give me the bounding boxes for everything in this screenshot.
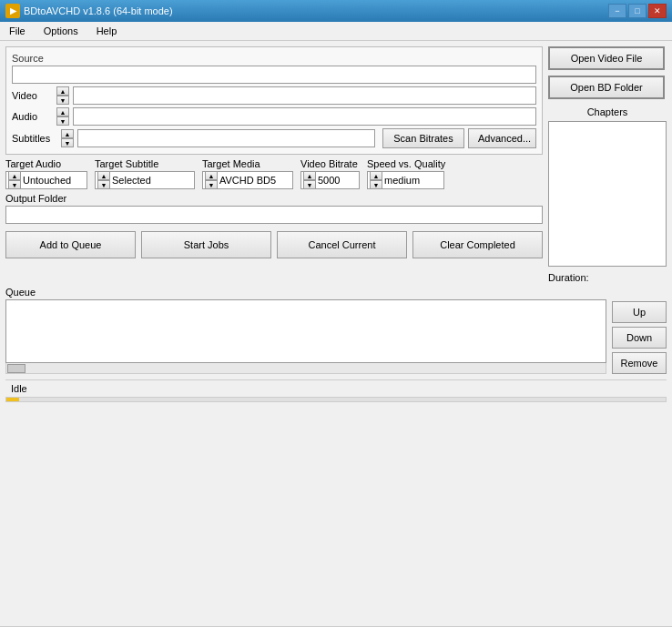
bitrate-value: 5000 bbox=[316, 175, 357, 186]
status-bar: Idle bbox=[5, 379, 667, 396]
video-input[interactable] bbox=[73, 86, 536, 105]
audio-input[interactable] bbox=[73, 107, 536, 126]
queue-list[interactable] bbox=[5, 299, 606, 363]
target-subtitle-value: Selected bbox=[110, 175, 192, 186]
video-spinner[interactable]: ▲ ▼ bbox=[56, 86, 69, 105]
remove-button[interactable]: Remove bbox=[612, 352, 667, 374]
video-down-btn[interactable]: ▼ bbox=[56, 96, 69, 105]
output-folder-group: Output Folder bbox=[5, 193, 543, 224]
video-row: Video ▲ ▼ bbox=[12, 86, 536, 105]
subtitles-down-btn[interactable]: ▼ bbox=[61, 138, 74, 147]
target-subtitle-select[interactable]: ▲ ▼ Selected bbox=[95, 171, 195, 189]
title-bar-left: ▶ BDtoAVCHD v1.8.6 (64-bit mode) bbox=[5, 4, 173, 18]
hscrollbar-thumb[interactable] bbox=[7, 364, 25, 373]
duration-row: Duration: bbox=[548, 272, 667, 283]
subtitles-label: Subtitles bbox=[12, 133, 57, 144]
target-audio-up[interactable]: ▲ bbox=[8, 171, 21, 180]
scan-bitrates-button[interactable]: Scan Bitrates bbox=[382, 128, 464, 148]
status-text: Idle bbox=[11, 383, 27, 394]
target-audio-group: Target Audio ▲ ▼ Untouched bbox=[5, 158, 87, 189]
close-button[interactable]: ✕ bbox=[648, 4, 667, 18]
speed-quality-group: Speed vs. Quality ▲ ▼ medium bbox=[367, 158, 445, 189]
top-area: Source Video ▲ ▼ Audio ▲ ▼ bbox=[5, 46, 667, 283]
audio-row: Audio ▲ ▼ bbox=[12, 107, 536, 126]
open-bd-folder-button[interactable]: Open BD Folder bbox=[548, 76, 665, 99]
title-bar: ▶ BDtoAVCHD v1.8.6 (64-bit mode) − □ ✕ bbox=[0, 0, 672, 22]
queue-hscrollbar[interactable] bbox=[5, 363, 606, 374]
bitrate-up[interactable]: ▲ bbox=[303, 171, 316, 180]
source-group: Source Video ▲ ▼ Audio ▲ ▼ bbox=[5, 46, 543, 155]
audio-down-btn[interactable]: ▼ bbox=[56, 116, 69, 126]
target-row: Target Audio ▲ ▼ Untouched Target Subtit… bbox=[5, 158, 543, 189]
target-audio-select[interactable]: ▲ ▼ Untouched bbox=[5, 171, 87, 189]
target-subtitle-group: Target Subtitle ▲ ▼ Selected bbox=[95, 158, 195, 189]
target-media-value: AVCHD BD5 bbox=[218, 175, 290, 186]
chapters-list bbox=[548, 121, 667, 267]
queue-label: Queue bbox=[5, 287, 667, 298]
queue-controls: Up Down Remove bbox=[612, 299, 667, 374]
app-icon: ▶ bbox=[5, 4, 20, 18]
menu-help[interactable]: Help bbox=[91, 24, 123, 38]
video-label: Video bbox=[12, 90, 53, 101]
down-button[interactable]: Down bbox=[612, 327, 667, 349]
duration-label: Duration: bbox=[548, 272, 589, 283]
open-video-file-button[interactable]: Open Video File bbox=[548, 46, 665, 70]
target-media-group: Target Media ▲ ▼ AVCHD BD5 bbox=[202, 158, 293, 189]
target-audio-down[interactable]: ▼ bbox=[8, 180, 21, 189]
target-subtitle-label: Target Subtitle bbox=[95, 158, 195, 169]
menu-file[interactable]: File bbox=[4, 24, 31, 38]
action-buttons: Add to Queue Start Jobs Cancel Current C… bbox=[5, 231, 543, 258]
target-media-label: Target Media bbox=[202, 158, 293, 169]
cancel-current-button[interactable]: Cancel Current bbox=[277, 231, 407, 258]
progress-bar-container bbox=[5, 397, 667, 402]
source-input[interactable] bbox=[12, 66, 536, 84]
speed-down[interactable]: ▼ bbox=[370, 180, 382, 189]
output-folder-input[interactable] bbox=[5, 206, 543, 224]
video-bitrate-label: Video Bitrate bbox=[300, 158, 360, 169]
source-label: Source bbox=[12, 53, 536, 64]
speed-quality-label: Speed vs. Quality bbox=[367, 158, 445, 169]
subtitles-input[interactable] bbox=[77, 129, 375, 147]
subtitles-spinner[interactable]: ▲ ▼ bbox=[61, 129, 74, 147]
target-media-up[interactable]: ▲ bbox=[205, 171, 218, 180]
title-controls[interactable]: − □ ✕ bbox=[608, 4, 667, 18]
video-bitrate-select[interactable]: ▲ ▼ 5000 bbox=[300, 171, 360, 189]
audio-label: Audio bbox=[12, 111, 53, 122]
left-panel: Source Video ▲ ▼ Audio ▲ ▼ bbox=[5, 46, 543, 283]
target-media-down[interactable]: ▼ bbox=[205, 180, 218, 189]
speed-value: medium bbox=[382, 175, 442, 186]
target-audio-label: Target Audio bbox=[5, 158, 87, 169]
target-media-select[interactable]: ▲ ▼ AVCHD BD5 bbox=[202, 171, 293, 189]
advanced-button[interactable]: Advanced... bbox=[468, 128, 536, 148]
main-content: Source Video ▲ ▼ Audio ▲ ▼ bbox=[0, 41, 672, 626]
subtitles-row: Subtitles ▲ ▼ Scan Bitrates Advanced... bbox=[12, 128, 536, 148]
menu-bar: File Options Help bbox=[0, 22, 672, 41]
right-panel: Open Video File Open BD Folder Chapters … bbox=[548, 46, 667, 283]
video-bitrate-group: Video Bitrate ▲ ▼ 5000 bbox=[300, 158, 360, 189]
audio-up-btn[interactable]: ▲ bbox=[56, 107, 69, 116]
queue-list-wrapper bbox=[5, 299, 606, 374]
bitrate-down[interactable]: ▼ bbox=[303, 180, 316, 189]
maximize-button[interactable]: □ bbox=[628, 4, 647, 18]
progress-bar bbox=[6, 398, 19, 401]
subtitles-up-btn[interactable]: ▲ bbox=[61, 129, 74, 138]
clear-completed-button[interactable]: Clear Completed bbox=[412, 231, 543, 258]
speed-up[interactable]: ▲ bbox=[370, 171, 382, 180]
menu-options[interactable]: Options bbox=[38, 24, 84, 38]
video-up-btn[interactable]: ▲ bbox=[56, 86, 69, 96]
target-audio-value: Untouched bbox=[21, 175, 85, 186]
audio-spinner[interactable]: ▲ ▼ bbox=[56, 107, 69, 126]
status-area: Idle bbox=[5, 379, 667, 402]
speed-quality-select[interactable]: ▲ ▼ medium bbox=[367, 171, 444, 189]
chapters-label: Chapters bbox=[548, 106, 667, 117]
queue-area: Up Down Remove bbox=[5, 299, 667, 374]
add-to-queue-button[interactable]: Add to Queue bbox=[5, 231, 136, 258]
target-subtitle-up[interactable]: ▲ bbox=[97, 171, 110, 180]
start-jobs-button[interactable]: Start Jobs bbox=[141, 231, 271, 258]
queue-section: Queue Up Down Remove bbox=[5, 287, 667, 374]
app-title: BDtoAVCHD v1.8.6 (64-bit mode) bbox=[24, 5, 173, 16]
output-folder-label: Output Folder bbox=[5, 193, 543, 204]
target-subtitle-down[interactable]: ▼ bbox=[97, 180, 110, 189]
minimize-button[interactable]: − bbox=[608, 4, 626, 18]
up-button[interactable]: Up bbox=[612, 301, 667, 323]
